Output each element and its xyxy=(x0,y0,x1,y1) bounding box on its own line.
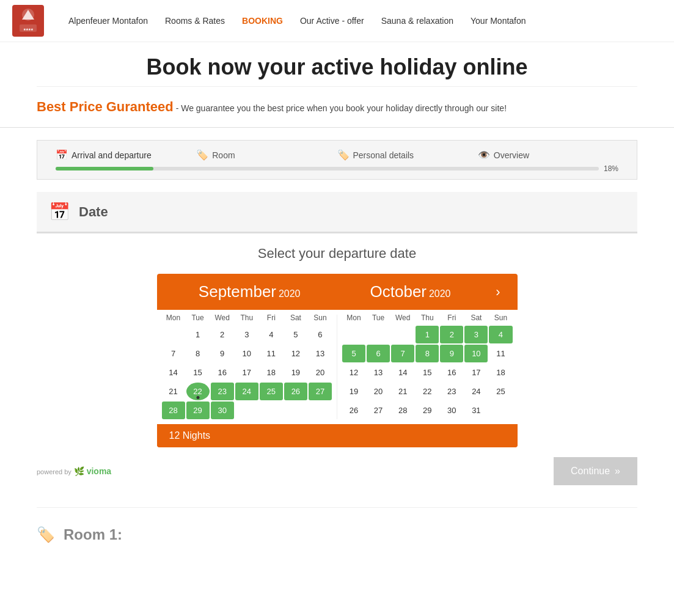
oct-day-22[interactable]: 22 xyxy=(416,383,439,400)
nav-item-booking[interactable]: BOOKING xyxy=(242,16,283,26)
guarantee-title: Best Price Guranteed xyxy=(37,99,174,114)
oct-day-29[interactable]: 29 xyxy=(416,402,439,419)
oct-day-14[interactable]: 14 xyxy=(391,364,414,381)
oct-day-1[interactable]: 1 xyxy=(416,326,439,343)
sep-day-6[interactable]: 6 xyxy=(309,326,332,343)
sep-day-20[interactable]: 20 xyxy=(309,364,332,381)
date-calendar-icon: 📅 xyxy=(49,202,70,222)
oct-empty-end xyxy=(489,402,512,419)
oct-day-31[interactable]: 31 xyxy=(464,402,488,419)
sep-header-fri: Fri xyxy=(260,314,283,322)
oct-day-8[interactable]: 8 xyxy=(416,345,439,362)
sep-header-wed: Wed xyxy=(211,314,234,322)
oct-day-24[interactable]: 24 xyxy=(464,383,488,400)
oct-day-15[interactable]: 15 xyxy=(416,364,439,381)
sep-day-28[interactable]: 28 xyxy=(162,402,185,419)
oct-day-4[interactable]: 4 xyxy=(489,326,512,343)
oct-empty-2 xyxy=(367,326,390,343)
oct-day-25[interactable]: 25 xyxy=(489,383,512,400)
nav-links: Alpenfeuer Montafon Rooms & Rates BOOKIN… xyxy=(68,16,526,26)
room-header-icon: 🏷️ xyxy=(37,526,55,543)
sep-day-9[interactable]: 9 xyxy=(211,345,234,362)
logo-image: ★★★★ xyxy=(12,5,44,37)
oct-day-26[interactable]: 26 xyxy=(342,402,365,419)
page-title: Book now your active holiday online xyxy=(0,54,674,80)
nav-item-5[interactable]: Your Montafon xyxy=(471,16,526,26)
sep-day-8[interactable]: 8 xyxy=(186,345,210,362)
oct-day-27[interactable]: 27 xyxy=(367,402,390,419)
progress-bar-bg xyxy=(56,167,599,170)
sep-empty-end-2 xyxy=(260,402,283,419)
sep-empty-end-4 xyxy=(309,402,332,419)
oct-day-21[interactable]: 21 xyxy=(391,383,414,400)
oct-day-17[interactable]: 17 xyxy=(464,364,488,381)
oct-header-tue: Tue xyxy=(367,314,390,322)
oct-day-12[interactable]: 12 xyxy=(342,364,365,381)
sep-day-5[interactable]: 5 xyxy=(284,326,307,343)
oct-day-5[interactable]: 5 xyxy=(342,345,365,362)
oct-day-20[interactable]: 20 xyxy=(367,383,390,400)
sep-day-1[interactable]: 1 xyxy=(186,326,210,343)
oct-day-2[interactable]: 2 xyxy=(440,326,463,343)
sep-day-30[interactable]: 30 xyxy=(211,402,234,419)
oct-header-sat: Sat xyxy=(464,314,488,322)
nav-item-active-offer[interactable]: Our Active - offer xyxy=(300,16,364,26)
sep-day-25[interactable]: 25 xyxy=(260,383,283,400)
nav-item-4[interactable]: Sauna & relaxation xyxy=(381,16,453,26)
oct-day-3[interactable]: 3 xyxy=(464,326,488,343)
sep-day-19[interactable]: 19 xyxy=(284,364,307,381)
sep-day-27[interactable]: 27 xyxy=(309,383,332,400)
sep-day-7[interactable]: 7 xyxy=(162,345,185,362)
sep-day-2[interactable]: 2 xyxy=(211,326,234,343)
cal-month2-year: 2020 xyxy=(429,288,451,299)
oct-header-sun: Sun xyxy=(489,314,512,322)
continue-button[interactable]: Continue » xyxy=(554,457,637,485)
sep-day-23[interactable]: 23 xyxy=(211,383,234,400)
oct-day-11[interactable]: 11 xyxy=(489,345,512,362)
oct-day-13[interactable]: 13 xyxy=(367,364,390,381)
date-heading: Date xyxy=(79,204,108,220)
room-section: 🏷️ Room 1: xyxy=(37,520,637,549)
oct-day-19[interactable]: 19 xyxy=(342,383,365,400)
sep-day-15[interactable]: 15 xyxy=(186,364,210,381)
sep-day-16[interactable]: 16 xyxy=(211,364,234,381)
oct-day-16[interactable]: 16 xyxy=(440,364,463,381)
sep-day-29[interactable]: 29 xyxy=(186,402,210,419)
sep-day-22[interactable]: 22 xyxy=(186,383,210,400)
cal-next-button[interactable]: › xyxy=(491,284,505,300)
oct-empty-3 xyxy=(391,326,414,343)
oct-day-23[interactable]: 23 xyxy=(440,383,463,400)
oct-header-wed: Wed xyxy=(391,314,414,322)
sep-day-17[interactable]: 17 xyxy=(235,364,258,381)
oct-day-9[interactable]: 9 xyxy=(440,345,463,362)
oct-day-30[interactable]: 30 xyxy=(440,402,463,419)
sep-day-10[interactable]: 10 xyxy=(235,345,258,362)
calendar-october: Mon Tue Wed Thu Fri Sat Sun 1 2 3 4 xyxy=(337,310,518,424)
sep-day-4[interactable]: 4 xyxy=(260,326,283,343)
oct-day-28[interactable]: 28 xyxy=(391,402,414,419)
page-header: Book now your active holiday online xyxy=(0,42,674,86)
oct-day-6[interactable]: 6 xyxy=(367,345,390,362)
bottom-bar: powered by 🌿 vioma Continue » xyxy=(37,447,637,495)
sep-day-12[interactable]: 12 xyxy=(284,345,307,362)
sep-day-24[interactable]: 24 xyxy=(235,383,258,400)
nav-item-1[interactable]: Rooms & Rates xyxy=(165,16,225,26)
oct-day-7[interactable]: 7 xyxy=(391,345,414,362)
oct-day-10[interactable]: 10 xyxy=(464,345,488,362)
sep-day-13[interactable]: 13 xyxy=(309,345,332,362)
sep-empty-1 xyxy=(162,326,185,343)
sep-day-3[interactable]: 3 xyxy=(235,326,258,343)
navbar: ★★★★ Alpenfeuer Montafon Rooms & Rates B… xyxy=(0,0,674,42)
sep-day-26[interactable]: 26 xyxy=(284,383,307,400)
oct-days-grid: 1 2 3 4 5 6 7 8 9 10 11 12 13 14 15 xyxy=(342,326,513,419)
oct-day-18[interactable]: 18 xyxy=(489,364,512,381)
sep-day-14[interactable]: 14 xyxy=(162,364,185,381)
nav-item-0[interactable]: Alpenfeuer Montafon xyxy=(68,16,148,26)
room-header: 🏷️ Room 1: xyxy=(37,520,637,549)
calendar-widget: September 2020 October 2020 › Mon Tue We… xyxy=(157,274,518,447)
sep-day-21[interactable]: 21 xyxy=(162,383,185,400)
sep-day-18[interactable]: 18 xyxy=(260,364,283,381)
room-title: Room 1: xyxy=(64,526,122,543)
step-overview-label: Overview xyxy=(494,150,529,160)
sep-day-11[interactable]: 11 xyxy=(260,345,283,362)
